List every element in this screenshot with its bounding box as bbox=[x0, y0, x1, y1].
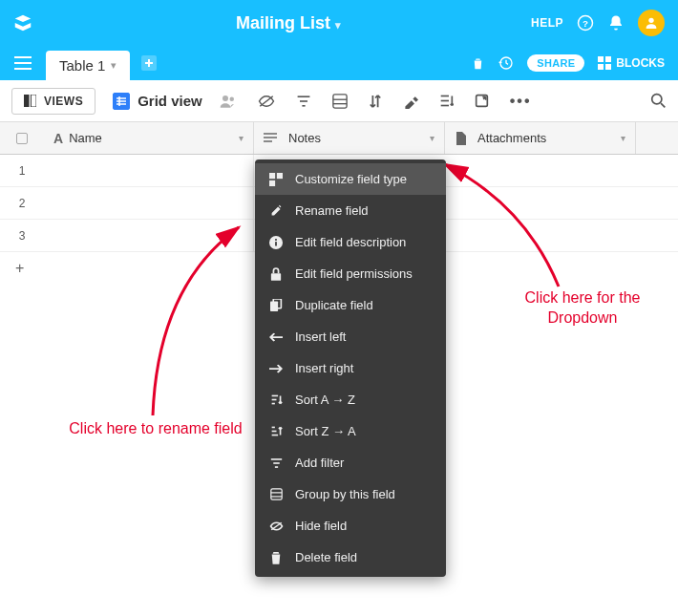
dd-customize-field[interactable]: Customize field type bbox=[255, 163, 446, 195]
column-name[interactable]: A Name ▾ bbox=[44, 122, 254, 154]
bell-icon[interactable] bbox=[607, 14, 625, 32]
arrow-left-icon bbox=[268, 332, 284, 342]
column-attachments[interactable]: Attachments ▾ bbox=[445, 122, 636, 154]
svg-rect-9 bbox=[598, 64, 604, 70]
share-button[interactable]: SHARE bbox=[527, 54, 584, 72]
dd-rename-field[interactable]: Rename field bbox=[255, 195, 446, 226]
svg-rect-11 bbox=[24, 95, 30, 107]
hide-icon bbox=[268, 520, 284, 532]
info-icon bbox=[268, 236, 284, 249]
tab-bar: Table 1▾ SHARE BLOCKS bbox=[0, 46, 678, 80]
dd-edit-permissions[interactable]: Edit field permissions bbox=[255, 258, 446, 289]
svg-point-31 bbox=[652, 95, 662, 104]
dd-edit-description[interactable]: Edit field description bbox=[255, 226, 446, 258]
user-avatar-icon[interactable] bbox=[638, 10, 665, 36]
svg-line-32 bbox=[661, 103, 665, 107]
group-icon bbox=[268, 488, 284, 500]
grid-icon bbox=[113, 93, 130, 110]
tab-table1[interactable]: Table 1▾ bbox=[46, 51, 130, 80]
svg-rect-54 bbox=[270, 489, 281, 499]
dd-duplicate-field[interactable]: Duplicate field bbox=[255, 289, 446, 321]
lock-icon bbox=[268, 267, 284, 281]
chevron-down-icon[interactable]: ▾ bbox=[621, 133, 625, 143]
menu-icon[interactable] bbox=[0, 46, 46, 80]
hide-fields-icon[interactable] bbox=[258, 95, 275, 108]
sort-az-icon bbox=[268, 393, 284, 406]
dd-delete-field[interactable]: Delete field bbox=[255, 542, 446, 573]
more-icon[interactable]: ••• bbox=[510, 93, 532, 110]
chevron-down-icon: ▾ bbox=[111, 59, 117, 72]
customize-icon bbox=[268, 173, 284, 186]
attachment-field-icon bbox=[455, 132, 472, 145]
column-notes[interactable]: Notes ▾ bbox=[254, 122, 445, 154]
svg-rect-36 bbox=[269, 173, 275, 179]
share-view-icon[interactable] bbox=[475, 94, 489, 108]
top-bar: Mailing List ▾ HELP ? bbox=[0, 0, 678, 46]
svg-rect-24 bbox=[333, 94, 347, 107]
base-title[interactable]: Mailing List ▾ bbox=[46, 13, 531, 33]
filter-icon bbox=[268, 457, 284, 469]
dd-group-field[interactable]: Group by this field bbox=[255, 478, 446, 510]
sort-icon[interactable] bbox=[369, 94, 382, 109]
help-link[interactable]: HELP bbox=[531, 16, 563, 30]
dd-insert-right[interactable]: Insert right bbox=[255, 352, 446, 384]
svg-rect-38 bbox=[269, 180, 275, 185]
copy-icon bbox=[268, 299, 284, 311]
color-icon[interactable] bbox=[403, 94, 418, 109]
column-headers: A Name ▾ Notes ▾ Attachments ▾ bbox=[0, 122, 678, 155]
svg-rect-8 bbox=[605, 56, 611, 62]
history-icon[interactable] bbox=[498, 55, 514, 71]
dd-add-filter[interactable]: Add filter bbox=[255, 447, 446, 478]
app-logo[interactable] bbox=[0, 12, 46, 33]
views-button[interactable]: VIEWS bbox=[11, 88, 95, 115]
select-all-checkbox[interactable] bbox=[16, 133, 28, 144]
trash-icon bbox=[268, 551, 284, 564]
help-icon[interactable]: ? bbox=[577, 14, 594, 32]
group-icon[interactable] bbox=[332, 94, 348, 109]
text-field-icon: A bbox=[53, 131, 63, 146]
dd-hide-field[interactable]: Hide field bbox=[255, 510, 446, 542]
add-tab-icon[interactable] bbox=[141, 46, 157, 80]
svg-rect-10 bbox=[605, 64, 611, 70]
dd-sort-az[interactable]: Sort A → Z bbox=[255, 384, 446, 415]
svg-rect-37 bbox=[277, 173, 283, 179]
dd-insert-left[interactable]: Insert left bbox=[255, 321, 446, 352]
row-height-icon[interactable] bbox=[439, 94, 454, 108]
svg-rect-42 bbox=[271, 273, 281, 281]
svg-point-18 bbox=[222, 96, 228, 101]
search-icon[interactable] bbox=[650, 93, 667, 109]
view-toolbar: VIEWS Grid view ••• bbox=[0, 80, 678, 122]
annotation-dropdown: Click here for the Dropdown bbox=[497, 288, 668, 329]
svg-rect-12 bbox=[31, 95, 36, 107]
people-icon[interactable] bbox=[220, 94, 237, 109]
grid-view-label[interactable]: Grid view bbox=[113, 93, 202, 110]
svg-point-41 bbox=[275, 238, 277, 240]
filter-icon[interactable] bbox=[296, 95, 311, 108]
svg-point-19 bbox=[229, 96, 234, 101]
trash-icon[interactable] bbox=[471, 56, 485, 71]
field-dropdown: Customize field type Rename field Edit f… bbox=[255, 159, 446, 577]
svg-rect-40 bbox=[275, 242, 277, 245]
chevron-down-icon[interactable]: ▾ bbox=[430, 133, 434, 143]
arrow-right-icon bbox=[268, 364, 284, 373]
svg-point-2 bbox=[648, 18, 653, 23]
svg-rect-7 bbox=[598, 56, 604, 62]
annotation-rename: Click here to rename field bbox=[65, 419, 246, 439]
sort-za-icon bbox=[268, 425, 284, 437]
pencil-icon bbox=[268, 204, 284, 217]
blocks-button[interactable]: BLOCKS bbox=[598, 56, 665, 70]
chevron-down-icon[interactable]: ▾ bbox=[239, 133, 244, 143]
longtext-field-icon bbox=[264, 133, 283, 144]
svg-text:?: ? bbox=[583, 18, 588, 29]
dd-sort-za[interactable]: Sort Z → A bbox=[255, 415, 446, 447]
